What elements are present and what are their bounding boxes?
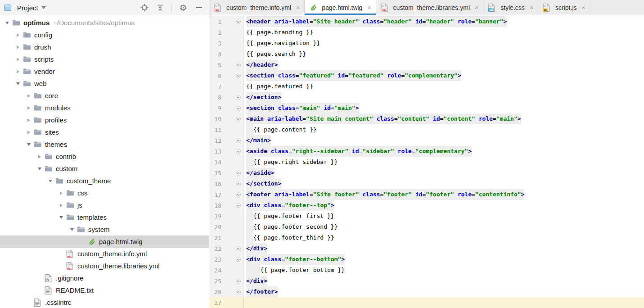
fold-icon[interactable] bbox=[221, 106, 243, 111]
code-line[interactable]: 21 {{ page.footer_third }} bbox=[209, 232, 644, 243]
tab-style-css[interactable]: CSSstyle.css× bbox=[483, 0, 538, 15]
code-line[interactable]: 19 {{ page.footer_first }} bbox=[209, 211, 644, 222]
close-icon[interactable]: × bbox=[296, 4, 300, 11]
tree-item-sites[interactable]: sites bbox=[0, 126, 209, 138]
tree-item-system[interactable]: system bbox=[0, 223, 209, 236]
tree-item-readme-txt[interactable]: README.txt bbox=[0, 284, 209, 296]
tree-item-optimus[interactable]: optimus~/Documents/sites/optimus bbox=[0, 17, 209, 29]
fold-icon[interactable] bbox=[221, 149, 243, 154]
code-line[interactable]: 13 <aside class="right--sidebar" id="sid… bbox=[209, 146, 644, 157]
fold-icon[interactable] bbox=[221, 171, 243, 176]
code-line[interactable]: 18 <div class="footer--top"> bbox=[209, 200, 644, 211]
tab-script-js[interactable]: JSscript.js× bbox=[538, 0, 590, 15]
fold-icon[interactable] bbox=[221, 279, 243, 284]
tree-item-custom-theme-info-yml[interactable]: YMLcustom_theme.info.yml bbox=[0, 248, 209, 260]
chevron-right-icon[interactable] bbox=[24, 118, 34, 122]
tree-item-contrib[interactable]: contrib bbox=[0, 150, 209, 163]
fold-icon[interactable] bbox=[221, 73, 243, 78]
chevron-down-icon[interactable] bbox=[2, 22, 12, 24]
locate-icon[interactable] bbox=[140, 3, 149, 12]
fold-icon[interactable] bbox=[221, 63, 243, 68]
tree-item-custom-theme[interactable]: custom_theme bbox=[0, 175, 209, 187]
code-line[interactable]: 23 <div class="footer--bottom"> bbox=[209, 254, 644, 265]
fold-icon[interactable] bbox=[221, 192, 243, 197]
code-line[interactable]: 2 {{ page.branding }} bbox=[209, 27, 644, 38]
code-line[interactable]: 10 <main aria-label="Site main content" … bbox=[209, 113, 644, 124]
chevron-down-icon[interactable] bbox=[67, 228, 77, 231]
code-line[interactable]: 9<section class="main" id="main"> bbox=[209, 103, 644, 113]
chevron-right-icon[interactable] bbox=[24, 131, 34, 134]
code-line[interactable]: 16</section> bbox=[209, 178, 644, 189]
fold-icon[interactable] bbox=[221, 203, 243, 208]
chevron-down-icon[interactable] bbox=[41, 6, 46, 9]
chevron-right-icon[interactable] bbox=[13, 33, 23, 37]
code-line[interactable]: 15 </aside> bbox=[209, 168, 644, 178]
tree-item-scripts[interactable]: scripts bbox=[0, 53, 209, 65]
tree-item-modules[interactable]: modules bbox=[0, 102, 209, 114]
tree-item-web[interactable]: web bbox=[0, 77, 209, 90]
chevron-right-icon[interactable] bbox=[13, 58, 23, 61]
fold-icon[interactable] bbox=[221, 290, 243, 294]
tree-item-custom[interactable]: custom bbox=[0, 163, 209, 175]
tree-item-vendor[interactable]: vendor bbox=[0, 65, 209, 77]
chevron-down-icon[interactable] bbox=[56, 216, 66, 219]
fold-icon[interactable] bbox=[221, 117, 243, 122]
tree-item-themes[interactable]: themes bbox=[0, 138, 209, 150]
code-line[interactable]: 24 {{ page.footer_bottom }} bbox=[209, 265, 644, 276]
code-line[interactable]: 20 {{ page.footer_second }} bbox=[209, 222, 644, 232]
close-icon[interactable]: × bbox=[367, 4, 371, 11]
close-icon[interactable]: × bbox=[475, 4, 478, 11]
code-line[interactable]: 6<section class="featured" id="featured"… bbox=[209, 70, 644, 81]
code-line[interactable]: 7 {{ page.featured }} bbox=[209, 81, 644, 92]
code-line[interactable]: 5</header> bbox=[209, 59, 644, 70]
chevron-right-icon[interactable] bbox=[56, 191, 66, 195]
tab-custom-theme-libraries-yml[interactable]: YMLcustom_theme.libraries.yml× bbox=[376, 0, 484, 15]
code-line[interactable]: 11 {{ page.content }} bbox=[209, 124, 644, 135]
collapse-all-icon[interactable] bbox=[156, 3, 165, 12]
tab-page-html-twig[interactable]: page.html.twig× bbox=[305, 0, 376, 15]
tree-item-js[interactable]: js bbox=[0, 199, 209, 211]
code-line[interactable]: 8</section> bbox=[209, 92, 644, 103]
tree-item--csslintrc[interactable]: .csslintrc bbox=[0, 296, 209, 308]
code-line[interactable]: 3 {{ page.navigation }} bbox=[209, 38, 644, 49]
tree-item-css[interactable]: css bbox=[0, 187, 209, 199]
code-line[interactable]: 22 </div> bbox=[209, 243, 644, 254]
tree-item-page-html-twig[interactable]: page.html.twig bbox=[0, 236, 209, 248]
hide-icon[interactable] bbox=[194, 3, 203, 12]
chevron-down-icon[interactable] bbox=[13, 82, 23, 85]
tab-custom-theme-info-yml[interactable]: YMLcustom_theme.info.yml× bbox=[209, 0, 305, 15]
chevron-right-icon[interactable] bbox=[13, 45, 23, 49]
chevron-down-icon[interactable] bbox=[35, 168, 45, 170]
panel-title[interactable]: Project bbox=[17, 4, 38, 12]
fold-icon[interactable] bbox=[221, 257, 243, 262]
chevron-right-icon[interactable] bbox=[35, 155, 45, 159]
chevron-down-icon[interactable] bbox=[24, 143, 34, 146]
tree-item-profiles[interactable]: profiles bbox=[0, 114, 209, 126]
tree-item--gitignore[interactable]: .gitignore bbox=[0, 272, 209, 284]
tree-item-custom-theme-libraries-yml[interactable]: YMLcustom_theme.libraries.yml bbox=[0, 260, 209, 272]
chevron-right-icon[interactable] bbox=[13, 70, 23, 73]
chevron-right-icon[interactable] bbox=[24, 94, 34, 98]
code-line[interactable]: 27 bbox=[209, 297, 644, 308]
fold-icon[interactable] bbox=[221, 95, 243, 100]
fold-icon[interactable] bbox=[221, 181, 243, 186]
close-icon[interactable]: × bbox=[582, 4, 585, 11]
gear-icon[interactable]: ⚙ bbox=[179, 3, 188, 12]
chevron-right-icon[interactable] bbox=[56, 204, 66, 207]
fold-icon[interactable] bbox=[221, 246, 243, 251]
chevron-right-icon[interactable] bbox=[24, 106, 34, 110]
code-line[interactable]: 12 </main> bbox=[209, 135, 644, 146]
chevron-down-icon[interactable] bbox=[45, 180, 55, 182]
tree-item-core[interactable]: core bbox=[0, 90, 209, 102]
tree-item-templates[interactable]: templates bbox=[0, 211, 209, 223]
fold-icon[interactable] bbox=[221, 19, 243, 24]
close-icon[interactable]: × bbox=[530, 4, 533, 11]
code-line[interactable]: 1<header aria-label="Site header" class=… bbox=[209, 16, 644, 27]
code-line[interactable]: 17<footer aria-label="Site footer" class… bbox=[209, 189, 644, 200]
code-line[interactable]: 4 {{ page.search }} bbox=[209, 49, 644, 59]
fold-icon[interactable] bbox=[221, 138, 243, 143]
tree-item-drush[interactable]: drush bbox=[0, 41, 209, 53]
tree-item-config[interactable]: config bbox=[0, 29, 209, 41]
code-editor[interactable]: 1<header aria-label="Site header" class=… bbox=[209, 15, 644, 308]
code-line[interactable]: 25 </div> bbox=[209, 276, 644, 286]
